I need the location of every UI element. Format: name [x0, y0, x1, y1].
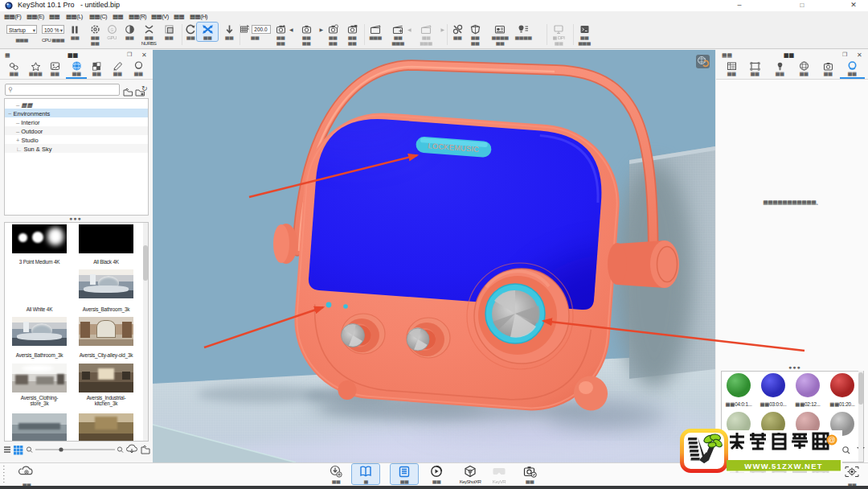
svg-text:@: @ [828, 436, 835, 444]
svg-text:WWW.51ZXW.NET: WWW.51ZXW.NET [744, 462, 822, 471]
svg-text:G: G [110, 27, 113, 32]
